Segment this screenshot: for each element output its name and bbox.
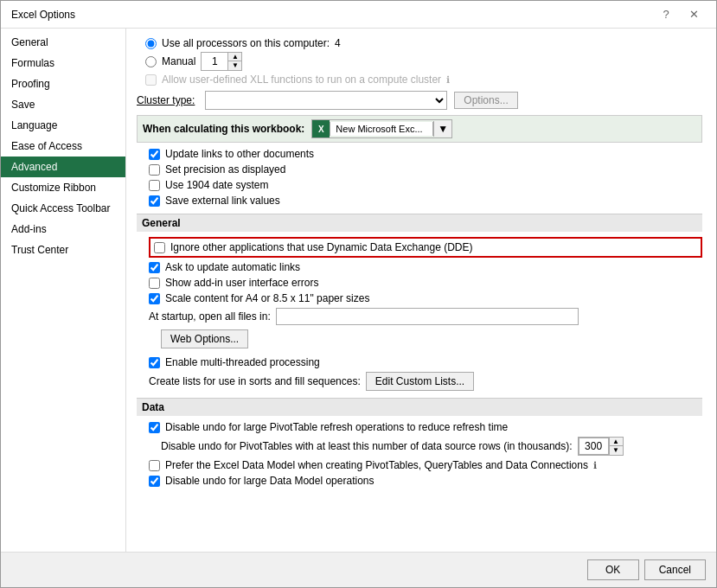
cancel-button[interactable]: Cancel: [644, 559, 706, 580]
show-addin-checkbox[interactable]: [149, 278, 160, 289]
scale-content-checkbox[interactable]: [149, 293, 160, 304]
workbook-dropdown[interactable]: X New Microsoft Exc... ▼: [311, 119, 452, 138]
disable-undo-pivottable-row: Disable undo for large PivotTable refres…: [149, 421, 702, 433]
spinbox-buttons: ▲ ▼: [227, 53, 241, 70]
enable-multithreaded-label: Enable multi-threaded processing: [165, 356, 320, 368]
when-calc-label: When calculating this workbook:: [143, 123, 304, 135]
sidebar-item-formulas[interactable]: Formulas: [1, 53, 125, 74]
disable-undo-pivottable-label: Disable undo for large PivotTable refres…: [165, 421, 508, 433]
save-external-label: Save external link values: [165, 195, 280, 207]
manual-spinbox: ▲ ▼: [201, 52, 242, 71]
disable-undo-spinbox: ▲ ▼: [578, 437, 624, 456]
sidebar-item-trust-center[interactable]: Trust Center: [1, 240, 125, 260]
manual-spinbox-input[interactable]: [202, 53, 227, 70]
cluster-type-select[interactable]: [205, 91, 447, 110]
disable-undo-spinbox-input[interactable]: [579, 438, 609, 455]
disable-undo-data-model-label: Disable undo for large Data Model operat…: [165, 475, 374, 487]
update-links-label: Update links to other documents: [165, 148, 314, 160]
sidebar-item-add-ins[interactable]: Add-ins: [1, 219, 125, 240]
close-button[interactable]: ✕: [682, 6, 706, 23]
disable-undo-rows-row: Disable undo for PivotTables with at lea…: [161, 437, 702, 456]
when-calc-row: When calculating this workbook: X New Mi…: [137, 115, 702, 143]
sidebar-item-quick-access-toolbar[interactable]: Quick Access Toolbar: [1, 198, 125, 219]
manual-label: Manual: [162, 55, 195, 67]
dialog-title: Excel Options: [11, 9, 75, 21]
allow-xll-checkbox[interactable]: [145, 74, 157, 86]
sidebar-item-save[interactable]: Save: [1, 94, 125, 115]
set-precision-label: Set precision as displayed: [165, 163, 285, 176]
cluster-options-button[interactable]: Options...: [454, 92, 517, 109]
sidebar-item-proofing[interactable]: Proofing: [1, 74, 125, 94]
use-1904-checkbox[interactable]: [149, 180, 160, 191]
sidebar: General Formulas Proofing Save Language …: [1, 29, 126, 552]
disable-undo-data-model-checkbox[interactable]: [149, 476, 160, 487]
title-bar-left: Excel Options: [11, 9, 75, 21]
prefer-data-model-checkbox[interactable]: [149, 460, 160, 471]
startup-input[interactable]: [276, 308, 579, 325]
disable-undo-spinbox-buttons: ▲ ▼: [609, 438, 623, 455]
dde-checkbox[interactable]: [154, 242, 165, 253]
enable-multithreaded-checkbox[interactable]: [149, 357, 160, 368]
sidebar-item-advanced[interactable]: Advanced: [1, 157, 125, 177]
help-button[interactable]: ?: [654, 6, 678, 23]
cluster-type-label: Cluster type:: [137, 94, 195, 106]
sidebar-item-general[interactable]: General: [1, 32, 125, 53]
show-addin-row: Show add-in user interface errors: [149, 277, 702, 289]
workbook-icon: X: [312, 120, 330, 137]
update-links-checkbox[interactable]: [149, 149, 160, 160]
allow-xll-info-icon: ℹ: [446, 74, 450, 86]
disable-undo-spinbox-up[interactable]: ▲: [609, 438, 623, 446]
processors-label: Use all processors on this computer:: [162, 37, 330, 49]
scale-content-label: Scale content for A4 or 8.5 x 11" paper …: [165, 292, 369, 304]
disable-undo-rows-label: Disable undo for PivotTables with at lea…: [161, 440, 573, 452]
sidebar-item-customize-ribbon[interactable]: Customize Ribbon: [1, 177, 125, 198]
set-precision-checkbox[interactable]: [149, 164, 160, 176]
workbook-dropdown-arrow[interactable]: ▼: [433, 121, 451, 137]
prefer-data-model-label: Prefer the Excel Data Model when creatin…: [165, 459, 588, 471]
workbook-text: New Microsoft Exc...: [330, 122, 433, 136]
edit-custom-lists-button[interactable]: Edit Custom Lists...: [366, 372, 474, 391]
dialog-body: General Formulas Proofing Save Language …: [1, 29, 716, 552]
all-processors-radio[interactable]: [145, 38, 157, 49]
disable-undo-data-model-row: Disable undo for large Data Model operat…: [149, 475, 702, 487]
create-lists-label: Create lists for use in sorts and fill s…: [149, 375, 361, 387]
sidebar-item-language[interactable]: Language: [1, 115, 125, 136]
web-options-row: Web Options...: [149, 329, 702, 352]
processors-row: Use all processors on this computer: 4: [145, 37, 702, 49]
dialog-footer: OK Cancel: [1, 552, 716, 587]
processors-value: 4: [335, 37, 341, 49]
startup-label: At startup, open all files in:: [149, 310, 271, 323]
manual-row: Manual ▲ ▼: [145, 52, 702, 71]
web-options-button[interactable]: Web Options...: [161, 329, 248, 348]
allow-xll-label: Allow user-defined XLL functions to run …: [162, 74, 441, 86]
use-1904-row: Use 1904 date system: [149, 179, 702, 191]
ask-update-row: Ask to update automatic links: [149, 261, 702, 273]
manual-radio[interactable]: [145, 56, 157, 67]
create-lists-row: Create lists for use in sorts and fill s…: [149, 372, 702, 391]
disable-undo-pivottable-checkbox[interactable]: [149, 422, 160, 433]
dde-label: Ignore other applications that use Dynam…: [170, 241, 473, 253]
prefer-data-model-info-icon: ℹ: [593, 460, 597, 471]
save-external-checkbox[interactable]: [149, 195, 160, 207]
ok-button[interactable]: OK: [587, 559, 639, 580]
title-bar-icons: ? ✕: [654, 6, 706, 23]
startup-row: At startup, open all files in:: [149, 308, 702, 325]
dde-row: Ignore other applications that use Dynam…: [149, 237, 702, 258]
data-section-header: Data: [137, 398, 702, 416]
allow-xll-row: Allow user-defined XLL functions to run …: [145, 74, 702, 86]
scale-content-row: Scale content for A4 or 8.5 x 11" paper …: [149, 292, 702, 304]
content-scroll: Use all processors on this computer: 4 M…: [126, 29, 716, 552]
spinbox-down[interactable]: ▼: [227, 61, 241, 70]
sidebar-item-ease-of-access[interactable]: Ease of Access: [1, 136, 125, 157]
use-1904-label: Use 1904 date system: [165, 179, 268, 191]
show-addin-label: Show add-in user interface errors: [165, 277, 318, 289]
ask-update-checkbox[interactable]: [149, 262, 160, 273]
ask-update-label: Ask to update automatic links: [165, 261, 300, 273]
save-external-row: Save external link values: [149, 195, 702, 207]
prefer-data-model-row: Prefer the Excel Data Model when creatin…: [149, 459, 702, 471]
enable-multithreaded-row: Enable multi-threaded processing: [149, 356, 702, 368]
spinbox-up[interactable]: ▲: [227, 53, 241, 61]
set-precision-row: Set precision as displayed: [149, 163, 702, 176]
general-section-header: General: [137, 214, 702, 232]
disable-undo-spinbox-down[interactable]: ▼: [609, 446, 623, 455]
